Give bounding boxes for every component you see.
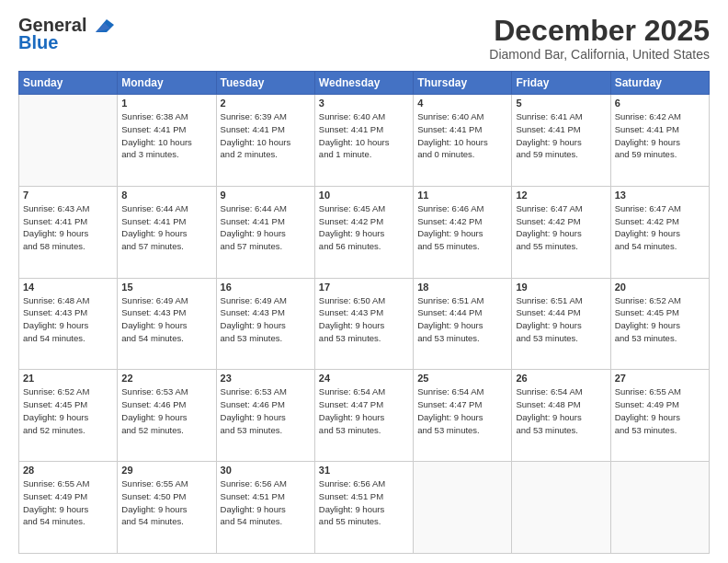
day-info: Sunrise: 6:48 AM Sunset: 4:43 PM Dayligh… [23, 294, 113, 345]
logo-icon [86, 16, 116, 36]
calendar-cell: 30Sunrise: 6:56 AM Sunset: 4:51 PM Dayli… [216, 462, 314, 554]
calendar-cell: 10Sunrise: 6:45 AM Sunset: 4:42 PM Dayli… [314, 186, 413, 278]
week-row-0: 1Sunrise: 6:38 AM Sunset: 4:41 PM Daylig… [19, 95, 710, 187]
page: General Blue December 2025 Diamond Bar, … [0, 0, 728, 563]
weekday-header-wednesday: Wednesday [314, 72, 413, 95]
day-number: 22 [121, 373, 211, 384]
day-info: Sunrise: 6:44 AM Sunset: 4:41 PM Dayligh… [221, 202, 311, 253]
calendar-cell: 18Sunrise: 6:51 AM Sunset: 4:44 PM Dayli… [414, 278, 512, 370]
logo: General Blue [18, 15, 116, 53]
day-number: 1 [121, 98, 211, 109]
title-block: December 2025 Diamond Bar, California, U… [489, 15, 710, 62]
day-number: 21 [23, 373, 113, 384]
day-info: Sunrise: 6:47 AM Sunset: 4:42 PM Dayligh… [516, 202, 606, 253]
day-number: 5 [516, 98, 606, 109]
calendar-cell: 19Sunrise: 6:51 AM Sunset: 4:44 PM Dayli… [512, 278, 610, 370]
calendar-cell [414, 462, 512, 554]
day-number: 9 [221, 190, 311, 201]
day-info: Sunrise: 6:40 AM Sunset: 4:41 PM Dayligh… [417, 110, 507, 161]
calendar-cell [19, 95, 118, 187]
weekday-header-saturday: Saturday [610, 72, 709, 95]
day-info: Sunrise: 6:43 AM Sunset: 4:41 PM Dayligh… [23, 202, 113, 253]
day-info: Sunrise: 6:47 AM Sunset: 4:42 PM Dayligh… [615, 202, 705, 253]
day-info: Sunrise: 6:55 AM Sunset: 4:49 PM Dayligh… [23, 477, 113, 528]
day-info: Sunrise: 6:53 AM Sunset: 4:46 PM Dayligh… [121, 385, 211, 436]
day-number: 18 [417, 282, 507, 293]
day-info: Sunrise: 6:50 AM Sunset: 4:43 PM Dayligh… [319, 294, 409, 345]
day-number: 14 [23, 282, 113, 293]
day-info: Sunrise: 6:56 AM Sunset: 4:51 PM Dayligh… [319, 477, 409, 528]
day-number: 24 [319, 373, 409, 384]
day-number: 10 [319, 190, 409, 201]
calendar-cell: 13Sunrise: 6:47 AM Sunset: 4:42 PM Dayli… [610, 186, 709, 278]
calendar-cell: 27Sunrise: 6:55 AM Sunset: 4:49 PM Dayli… [610, 370, 709, 462]
day-info: Sunrise: 6:46 AM Sunset: 4:42 PM Dayligh… [417, 202, 507, 253]
day-number: 3 [319, 98, 409, 109]
day-info: Sunrise: 6:55 AM Sunset: 4:49 PM Dayligh… [615, 385, 705, 436]
day-info: Sunrise: 6:49 AM Sunset: 4:43 PM Dayligh… [121, 294, 211, 345]
day-number: 26 [516, 373, 606, 384]
calendar-cell [512, 462, 610, 554]
calendar-cell: 9Sunrise: 6:44 AM Sunset: 4:41 PM Daylig… [216, 186, 314, 278]
day-info: Sunrise: 6:54 AM Sunset: 4:47 PM Dayligh… [319, 385, 409, 436]
calendar-cell: 1Sunrise: 6:38 AM Sunset: 4:41 PM Daylig… [118, 95, 216, 187]
weekday-header-friday: Friday [512, 72, 610, 95]
day-number: 6 [615, 98, 705, 109]
day-info: Sunrise: 6:55 AM Sunset: 4:50 PM Dayligh… [121, 477, 211, 528]
day-number: 7 [23, 190, 113, 201]
day-number: 31 [319, 465, 409, 476]
calendar-cell: 26Sunrise: 6:54 AM Sunset: 4:48 PM Dayli… [512, 370, 610, 462]
day-info: Sunrise: 6:41 AM Sunset: 4:41 PM Dayligh… [516, 110, 606, 161]
calendar-cell: 14Sunrise: 6:48 AM Sunset: 4:43 PM Dayli… [19, 278, 118, 370]
day-number: 11 [417, 190, 507, 201]
calendar-cell: 12Sunrise: 6:47 AM Sunset: 4:42 PM Dayli… [512, 186, 610, 278]
day-number: 20 [615, 282, 705, 293]
day-info: Sunrise: 6:54 AM Sunset: 4:48 PM Dayligh… [516, 385, 606, 436]
day-number: 30 [221, 465, 311, 476]
calendar-cell: 24Sunrise: 6:54 AM Sunset: 4:47 PM Dayli… [314, 370, 413, 462]
day-number: 29 [121, 465, 211, 476]
calendar-cell: 6Sunrise: 6:42 AM Sunset: 4:41 PM Daylig… [610, 95, 709, 187]
calendar-cell: 11Sunrise: 6:46 AM Sunset: 4:42 PM Dayli… [414, 186, 512, 278]
day-info: Sunrise: 6:53 AM Sunset: 4:46 PM Dayligh… [221, 385, 311, 436]
day-number: 4 [417, 98, 507, 109]
calendar-cell: 8Sunrise: 6:44 AM Sunset: 4:41 PM Daylig… [118, 186, 216, 278]
day-number: 8 [121, 190, 211, 201]
calendar-cell: 29Sunrise: 6:55 AM Sunset: 4:50 PM Dayli… [118, 462, 216, 554]
day-number: 25 [417, 373, 507, 384]
day-info: Sunrise: 6:51 AM Sunset: 4:44 PM Dayligh… [516, 294, 606, 345]
header: General Blue December 2025 Diamond Bar, … [18, 15, 710, 62]
week-row-4: 28Sunrise: 6:55 AM Sunset: 4:49 PM Dayli… [19, 462, 710, 554]
weekday-header-row: SundayMondayTuesdayWednesdayThursdayFrid… [19, 72, 710, 95]
calendar-cell: 28Sunrise: 6:55 AM Sunset: 4:49 PM Dayli… [19, 462, 118, 554]
weekday-header-thursday: Thursday [414, 72, 512, 95]
day-number: 27 [615, 373, 705, 384]
calendar-cell: 22Sunrise: 6:53 AM Sunset: 4:46 PM Dayli… [118, 370, 216, 462]
day-info: Sunrise: 6:39 AM Sunset: 4:41 PM Dayligh… [221, 110, 311, 161]
calendar-cell: 5Sunrise: 6:41 AM Sunset: 4:41 PM Daylig… [512, 95, 610, 187]
week-row-2: 14Sunrise: 6:48 AM Sunset: 4:43 PM Dayli… [19, 278, 710, 370]
calendar-cell: 23Sunrise: 6:53 AM Sunset: 4:46 PM Dayli… [216, 370, 314, 462]
calendar-cell: 17Sunrise: 6:50 AM Sunset: 4:43 PM Dayli… [314, 278, 413, 370]
day-number: 28 [23, 465, 113, 476]
weekday-header-tuesday: Tuesday [216, 72, 314, 95]
day-number: 15 [121, 282, 211, 293]
day-info: Sunrise: 6:49 AM Sunset: 4:43 PM Dayligh… [221, 294, 311, 345]
calendar-cell: 16Sunrise: 6:49 AM Sunset: 4:43 PM Dayli… [216, 278, 314, 370]
day-info: Sunrise: 6:56 AM Sunset: 4:51 PM Dayligh… [221, 477, 311, 528]
day-number: 12 [516, 190, 606, 201]
day-info: Sunrise: 6:52 AM Sunset: 4:45 PM Dayligh… [23, 385, 113, 436]
calendar-cell [610, 462, 709, 554]
day-info: Sunrise: 6:40 AM Sunset: 4:41 PM Dayligh… [319, 110, 409, 161]
weekday-header-sunday: Sunday [19, 72, 118, 95]
day-number: 19 [516, 282, 606, 293]
calendar-body: 1Sunrise: 6:38 AM Sunset: 4:41 PM Daylig… [19, 95, 710, 554]
weekday-header-monday: Monday [118, 72, 216, 95]
calendar-cell: 25Sunrise: 6:54 AM Sunset: 4:47 PM Dayli… [414, 370, 512, 462]
calendar-cell: 31Sunrise: 6:56 AM Sunset: 4:51 PM Dayli… [314, 462, 413, 554]
day-info: Sunrise: 6:54 AM Sunset: 4:47 PM Dayligh… [417, 385, 507, 436]
day-info: Sunrise: 6:51 AM Sunset: 4:44 PM Dayligh… [417, 294, 507, 345]
week-row-3: 21Sunrise: 6:52 AM Sunset: 4:45 PM Dayli… [19, 370, 710, 462]
day-number: 13 [615, 190, 705, 201]
day-info: Sunrise: 6:44 AM Sunset: 4:41 PM Dayligh… [121, 202, 211, 253]
